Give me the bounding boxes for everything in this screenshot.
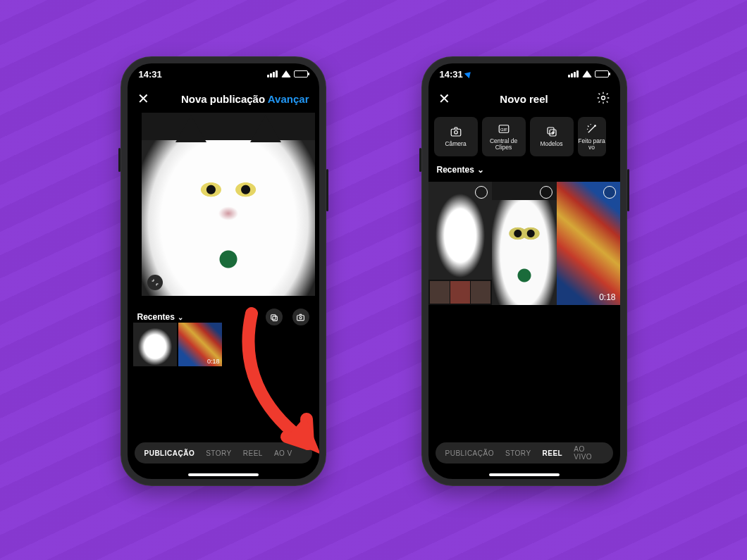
select-circle[interactable] [540, 186, 552, 199]
album-dropdown-label: Recentes [437, 165, 474, 175]
tile-label: Feito para vo [578, 138, 606, 151]
mode-selector[interactable]: PUBLICAÇÃO STORY REEL AO VIVO [436, 442, 613, 463]
open-camera-button[interactable] [292, 309, 309, 325]
video-duration: 0:18 [207, 358, 220, 365]
mode-selector[interactable]: PUBLICAÇÃO STORY REEL AO V [135, 442, 312, 463]
tile-label: Central de Clipes [482, 138, 526, 151]
battery-icon [294, 70, 308, 77]
gear-icon [596, 91, 610, 105]
mode-tab-story[interactable]: STORY [505, 449, 531, 457]
album-dropdown[interactable]: Recentes ⌄ [137, 312, 183, 322]
svg-text:GIF: GIF [500, 127, 507, 132]
close-icon[interactable]: ✕ [137, 90, 149, 107]
effects-icon [586, 123, 598, 135]
aspect-ratio-button[interactable] [147, 275, 163, 290]
mode-tab-aovivo[interactable]: AO VIVO [574, 445, 603, 461]
gallery-thumb[interactable] [133, 323, 177, 366]
screen-new-reel: 14:31 ✕ Novo reel Câmera [428, 63, 620, 479]
camera-icon [296, 313, 305, 322]
screen-new-post: 14:31 ✕ Nova publicação Avançar [128, 63, 319, 479]
wifi-icon [281, 70, 291, 77]
album-dropdown-label: Recentes [137, 312, 175, 322]
mode-tab-publicacao[interactable]: PUBLICAÇÃO [445, 449, 494, 457]
close-icon[interactable]: ✕ [438, 90, 450, 107]
album-dropdown[interactable]: Recentes ⌄ [437, 165, 484, 175]
wifi-icon [582, 70, 592, 77]
new-post-header: ✕ Nova publicação Avançar [128, 85, 319, 113]
signal-icon [267, 70, 278, 77]
svg-point-3 [300, 316, 302, 318]
aspect-ratio-icon [151, 278, 159, 287]
settings-button[interactable] [596, 91, 610, 107]
mode-tab-reel[interactable]: REEL [543, 449, 563, 457]
next-button[interactable]: Avançar [268, 93, 309, 105]
tile-camera[interactable]: Câmera [434, 117, 478, 156]
multi-select-button[interactable] [266, 309, 283, 325]
gallery-thumb[interactable] [492, 182, 557, 305]
mode-tab-publicacao[interactable]: PUBLICAÇÃO [144, 449, 195, 457]
battery-icon [595, 70, 609, 77]
tile-clip-hub[interactable]: GIF Central de Clipes [482, 117, 526, 156]
phones-container: 14:31 ✕ Nova publicação Avançar [0, 56, 747, 486]
stack-icon [269, 313, 278, 322]
gallery-thumb[interactable]: 0:18 [557, 182, 620, 305]
svg-point-7 [454, 131, 457, 135]
reel-create-tiles: Câmera GIF Central de Clipes Modelos Fei… [434, 117, 620, 156]
home-indicator[interactable] [489, 473, 560, 476]
gallery-thumbs: 0:18 [133, 323, 222, 366]
camera-icon [450, 125, 462, 138]
gallery-thumb[interactable] [428, 182, 492, 305]
location-icon [464, 70, 473, 79]
status-time: 14:31 [139, 69, 162, 80]
notch [181, 63, 266, 80]
status-time: 14:31 [440, 69, 463, 80]
header-title: Novo reel [428, 93, 620, 105]
mode-tab-aovivo[interactable]: AO V [274, 449, 292, 457]
new-reel-header: ✕ Novo reel [428, 85, 620, 113]
notch [482, 63, 567, 80]
tile-effects[interactable]: Feito para vo [578, 117, 606, 156]
tile-label: Modelos [540, 141, 562, 147]
chevron-down-icon: ⌄ [477, 165, 484, 175]
signal-icon [568, 70, 579, 77]
svg-rect-2 [297, 315, 304, 320]
tile-label: Câmera [445, 141, 466, 147]
preview-image-cat [142, 113, 315, 296]
svg-point-5 [601, 96, 605, 99]
video-duration: 0:18 [599, 292, 615, 302]
svg-point-14 [594, 125, 595, 126]
mode-tab-story[interactable]: STORY [206, 449, 232, 457]
svg-rect-1 [273, 316, 278, 321]
home-indicator[interactable] [188, 473, 259, 476]
mode-tab-reel[interactable]: REEL [243, 449, 263, 457]
gallery-thumb[interactable]: 0:18 [178, 323, 222, 366]
tile-templates[interactable]: Modelos [530, 117, 574, 156]
reel-gallery-grid: 0:18 [428, 182, 620, 305]
phone-frame-left: 14:31 ✕ Nova publicação Avançar [121, 56, 326, 486]
svg-rect-0 [271, 314, 276, 319]
phone-frame-right: 14:31 ✕ Novo reel Câmera [421, 56, 627, 486]
chevron-down-icon: ⌄ [178, 313, 183, 321]
media-preview[interactable] [142, 113, 315, 296]
select-circle[interactable] [475, 186, 488, 199]
gif-icon: GIF [498, 123, 510, 135]
templates-icon [545, 125, 558, 138]
svg-rect-6 [451, 130, 461, 137]
select-circle[interactable] [603, 186, 616, 199]
